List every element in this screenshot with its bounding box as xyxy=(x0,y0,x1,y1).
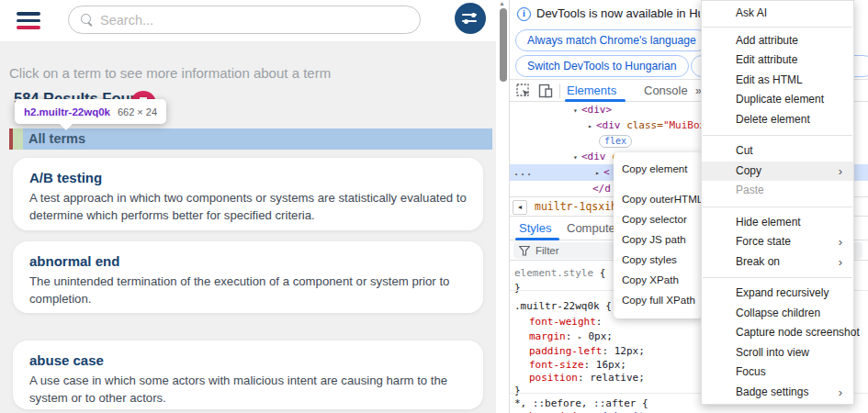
css-declaration[interactable]: box-sizing: inherit; xyxy=(529,409,650,413)
menu-item-copy-xpath[interactable]: Copy XPath xyxy=(614,270,703,290)
chevron-right-icon: › xyxy=(839,162,842,182)
chevron-right-icon: › xyxy=(839,232,842,252)
flex-badge[interactable]: flex xyxy=(599,135,632,148)
css-declaration[interactable]: font-size: 16px; xyxy=(529,358,626,372)
instruction-text: Click on a term to see more information … xyxy=(9,65,331,81)
breadcrumb[interactable]: muiltr-1qsxih2 xyxy=(535,197,624,217)
css-declaration[interactable]: margin: ▸ 0px; xyxy=(529,329,613,343)
css-declaration[interactable]: padding-left: 12px; xyxy=(529,344,645,358)
menu-item-expand-recursively[interactable]: Expand recursively xyxy=(702,284,853,304)
menu-item-copy-styles[interactable]: Copy styles xyxy=(614,250,703,270)
menu-item-scroll-into-view[interactable]: Scroll into view xyxy=(702,343,853,363)
menu-item-force-state[interactable]: Force state› xyxy=(702,232,853,252)
term-definition: The unintended termination of the execut… xyxy=(29,273,467,307)
menu-item-copy[interactable]: Copy› xyxy=(702,162,853,182)
tag-token: <div xyxy=(581,151,606,162)
menu-item-paste[interactable]: Paste xyxy=(702,181,853,201)
toolbar-divider xyxy=(559,84,560,98)
term-title: abuse case xyxy=(29,352,467,368)
menu-item-focus[interactable]: Focus xyxy=(702,363,853,383)
css-declaration[interactable]: position: relative; xyxy=(529,371,645,385)
more-actions-icon[interactable]: ... xyxy=(513,164,533,180)
tooltip-selector: h2.muiltr-22wq0k xyxy=(24,106,110,117)
menu-separator xyxy=(703,206,852,207)
scrollbar-thumb[interactable] xyxy=(500,8,507,82)
padding-overlay xyxy=(13,128,23,150)
menu-item-copy-outerhtml[interactable]: Copy outerHTML xyxy=(614,189,703,209)
tag-token: <div> xyxy=(581,104,612,116)
chevron-right-icon: › xyxy=(839,252,842,273)
term-card[interactable]: A/B testing A test approach in which two… xyxy=(13,158,483,230)
search-bar[interactable] xyxy=(68,6,421,34)
site-topbar xyxy=(0,0,496,41)
menu-item-collapse-children[interactable]: Collapse children xyxy=(702,304,853,324)
tag-token: <div xyxy=(596,119,621,131)
breadcrumb-back-button[interactable]: ◂ xyxy=(513,200,527,215)
menu-separator xyxy=(703,27,852,28)
menu-item-label: Break on xyxy=(736,255,780,268)
device-toolbar-icon[interactable] xyxy=(538,84,553,98)
section-header-label: All terms xyxy=(23,128,492,150)
css-rule-line: } xyxy=(514,281,521,295)
menu-item-edit-as-html[interactable]: Edit as HTML xyxy=(702,71,853,91)
tag-token: < xyxy=(603,166,610,178)
tab-console[interactable]: Console xyxy=(644,80,688,102)
menu-item-hide-element[interactable]: Hide element xyxy=(702,213,853,233)
css-rule-line[interactable]: *, ::before, ::after { xyxy=(514,396,648,410)
notice-text: DevTools is now available in Hunga xyxy=(536,6,700,20)
switch-hungarian-button[interactable]: Switch DevTools to Hungarian xyxy=(515,55,689,77)
page-scrollbar[interactable]: ▲ xyxy=(496,0,510,413)
term-definition: A test approach in which two components … xyxy=(29,190,467,224)
menu-item-edit-attribute[interactable]: Edit attribute xyxy=(702,50,853,71)
filter-placeholder: Filter xyxy=(535,242,559,259)
term-title: A/B testing xyxy=(29,170,467,185)
hamburger-menu-icon[interactable] xyxy=(17,12,40,29)
menu-item-copy-full-xpath[interactable]: Copy full XPath xyxy=(614,290,703,310)
scroll-up-icon[interactable]: ▲ xyxy=(499,0,505,6)
info-icon: i xyxy=(517,7,531,21)
menu-item-add-attribute[interactable]: Add attribute xyxy=(702,31,853,51)
menu-item-label: Force state xyxy=(736,235,791,248)
term-title: abnormal end xyxy=(29,253,467,269)
section-header-highlighted[interactable]: All terms xyxy=(9,128,492,150)
inspect-icon[interactable] xyxy=(516,84,531,98)
menu-item-label: Copy xyxy=(736,164,761,177)
menu-item-copy-js-path[interactable]: Copy JS path xyxy=(614,229,703,250)
element-context-menu: Ask AI Add attribute Edit attribute Edit… xyxy=(701,0,854,405)
css-rule-line[interactable]: element.style { xyxy=(514,266,605,280)
filter-button[interactable] xyxy=(455,3,486,34)
more-tabs-icon[interactable]: » xyxy=(695,80,701,102)
expander-open-icon[interactable]: ▾ xyxy=(573,103,581,118)
match-language-button[interactable]: Always match Chrome's language xyxy=(515,29,708,51)
menu-item-badge-settings[interactable]: Badge settings› xyxy=(702,383,853,403)
browser-window: Click on a term to see more information … xyxy=(0,0,868,413)
expander-open-icon[interactable]: ▾ xyxy=(573,150,581,165)
expander-closed-icon[interactable]: ▸ xyxy=(595,165,603,181)
menu-item-duplicate-element[interactable]: Duplicate element xyxy=(702,90,853,110)
chevron-right-icon: › xyxy=(839,383,842,403)
term-card[interactable]: abnormal end The unintended termination … xyxy=(13,241,483,313)
copy-submenu: Copy element Copy outerHTML Copy selecto… xyxy=(614,152,703,318)
menu-item-copy-element[interactable]: Copy element xyxy=(614,159,703,179)
term-card[interactable]: abuse case A use case in which some acto… xyxy=(13,340,483,409)
tooltip-dimensions: 662 × 24 xyxy=(118,106,157,117)
search-input[interactable] xyxy=(100,13,376,28)
css-declaration[interactable]: font-weight: xyxy=(529,315,602,329)
menu-item-break-on[interactable]: Break on› xyxy=(702,252,853,273)
menu-item-delete-element[interactable]: Delete element xyxy=(702,110,853,130)
inspect-tooltip: h2.muiltr-22wq0k 662 × 24 xyxy=(15,99,166,124)
css-rule-line[interactable]: .muiltr-22wq0k { xyxy=(514,299,612,313)
menu-separator xyxy=(703,277,852,278)
sliders-icon xyxy=(462,13,479,24)
menu-item-ask-ai[interactable]: Ask AI xyxy=(702,4,853,24)
glossary-page: Click on a term to see more information … xyxy=(0,0,496,413)
menu-item-capture-node-screenshot[interactable]: Capture node screenshot xyxy=(702,323,853,343)
term-definition: A use case in which some actors with mal… xyxy=(29,373,467,407)
menu-item-cut[interactable]: Cut xyxy=(702,141,853,162)
menu-separator xyxy=(703,135,852,136)
expander-closed-icon[interactable]: ▸ xyxy=(588,118,596,134)
expand-shorthand-icon[interactable]: ▸ xyxy=(578,333,582,341)
tag-token: </d xyxy=(592,183,611,195)
css-rule-line: } xyxy=(514,384,521,397)
menu-item-copy-selector[interactable]: Copy selector xyxy=(614,209,703,229)
